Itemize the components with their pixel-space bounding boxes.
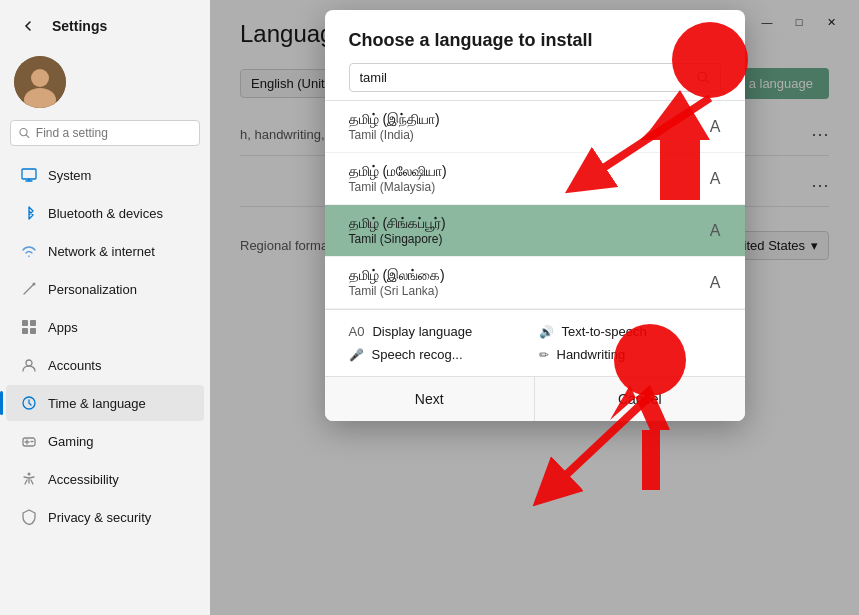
main-content: — □ ✕ Language & region English (United … — [210, 0, 859, 615]
next-button[interactable]: Next — [325, 377, 535, 421]
language-list: தமிழ் (இந்தியா) Tamil (India) A தமிழ் (ம… — [325, 100, 745, 309]
speech-icon: 🎤 — [349, 348, 364, 362]
back-button[interactable] — [14, 12, 42, 40]
search-box[interactable] — [10, 120, 200, 146]
sidebar-item-system-label: System — [48, 168, 91, 183]
modal-features: A0 Display language 🔊 Text-to-speech 🎤 S… — [325, 309, 745, 376]
list-item-selected[interactable]: தமிழ் (சிங்கப்பூர்) Tamil (Singapore) A — [325, 205, 745, 257]
sidebar-item-system[interactable]: System — [6, 157, 204, 193]
sidebar-header: Settings — [0, 0, 210, 48]
bluetooth-icon — [20, 204, 38, 222]
modal-search-box[interactable] — [349, 63, 721, 92]
feature-speech: 🎤 Speech recog... — [349, 347, 531, 362]
accessibility-icon — [20, 470, 38, 488]
lang-info-3: தமிழ் (இலங்கை) Tamil (Sri Lanka) — [349, 267, 445, 298]
modal-search-input[interactable] — [360, 70, 692, 85]
apps-icon — [20, 318, 38, 336]
feature-display-language-label: Display language — [372, 324, 472, 339]
lang-english-0: Tamil (India) — [349, 128, 440, 142]
sidebar-item-personalization[interactable]: Personalization — [6, 271, 204, 307]
lang-native-1: தமிழ் (மலேஷியா) — [349, 163, 447, 180]
search-icon — [19, 127, 30, 139]
modal-search-icon — [697, 71, 709, 84]
sidebar-title: Settings — [52, 18, 107, 34]
sidebar-item-network-label: Network & internet — [48, 244, 155, 259]
sidebar-item-privacy-label: Privacy & security — [48, 510, 151, 525]
language-install-modal: Choose a language to install தமிழ் (இந்த… — [325, 10, 745, 421]
sidebar-item-apps[interactable]: Apps — [6, 309, 204, 345]
svg-point-10 — [26, 360, 32, 366]
lang-english-3: Tamil (Sri Lanka) — [349, 284, 445, 298]
time-language-icon — [20, 394, 38, 412]
sidebar-item-time-language[interactable]: Time & language — [6, 385, 204, 421]
lang-native-0: தமிழ் (இந்தியா) — [349, 111, 440, 128]
lang-info-1: தமிழ் (மலேஷியா) Tamil (Malaysia) — [349, 163, 447, 194]
svg-rect-6 — [22, 320, 28, 326]
sidebar-item-network[interactable]: Network & internet — [6, 233, 204, 269]
lang-native-3: தமிழ் (இலங்கை) — [349, 267, 445, 284]
svg-point-5 — [33, 283, 36, 286]
lang-info-2: தமிழ் (சிங்கப்பூர்) Tamil (Singapore) — [349, 215, 446, 246]
sidebar-item-bluetooth[interactable]: Bluetooth & devices — [6, 195, 204, 231]
lang-english-2: Tamil (Singapore) — [349, 232, 446, 246]
sidebar: Settings System — [0, 0, 210, 615]
gaming-icon — [20, 432, 38, 450]
modal-header: Choose a language to install — [325, 10, 745, 63]
sidebar-item-apps-label: Apps — [48, 320, 78, 335]
list-item[interactable]: தமிழ் (மலேஷியா) Tamil (Malaysia) A — [325, 153, 745, 205]
svg-point-13 — [28, 473, 31, 476]
handwriting-icon: ✏ — [539, 348, 549, 362]
feature-speech-label: Speech recog... — [372, 347, 463, 362]
lang-feature-icon-2: A — [710, 222, 721, 240]
lang-feature-icon-1: A — [710, 170, 721, 188]
display-language-icon: A0 — [349, 324, 365, 339]
system-icon — [20, 166, 38, 184]
sidebar-item-accessibility[interactable]: Accessibility — [6, 461, 204, 497]
lang-english-1: Tamil (Malaysia) — [349, 180, 447, 194]
list-item[interactable]: தமிழ் (இந்தியா) Tamil (India) A — [325, 101, 745, 153]
privacy-icon — [20, 508, 38, 526]
sidebar-item-bluetooth-label: Bluetooth & devices — [48, 206, 163, 221]
feature-handwriting-label: Handwriting — [557, 347, 626, 362]
personalization-icon — [20, 280, 38, 298]
modal-footer: Next Cancel — [325, 376, 745, 421]
svg-point-1 — [31, 69, 49, 87]
lang-feature-icon-3: A — [710, 274, 721, 292]
lang-info-0: தமிழ் (இந்தியா) Tamil (India) — [349, 111, 440, 142]
svg-rect-7 — [30, 320, 36, 326]
list-item[interactable]: தமிழ் (இலங்கை) Tamil (Sri Lanka) A — [325, 257, 745, 309]
svg-rect-8 — [22, 328, 28, 334]
svg-rect-9 — [30, 328, 36, 334]
sidebar-item-gaming[interactable]: Gaming — [6, 423, 204, 459]
sidebar-item-gaming-label: Gaming — [48, 434, 94, 449]
feature-display-language: A0 Display language — [349, 324, 531, 339]
feature-tts: 🔊 Text-to-speech — [539, 324, 721, 339]
cancel-button[interactable]: Cancel — [534, 377, 745, 421]
network-icon — [20, 242, 38, 260]
sidebar-item-time-language-label: Time & language — [48, 396, 146, 411]
sidebar-item-accounts[interactable]: Accounts — [6, 347, 204, 383]
lang-native-2: தமிழ் (சிங்கப்பூர்) — [349, 215, 446, 232]
accounts-icon — [20, 356, 38, 374]
sidebar-item-personalization-label: Personalization — [48, 282, 137, 297]
feature-handwriting: ✏ Handwriting — [539, 347, 721, 362]
modal-title: Choose a language to install — [349, 30, 721, 51]
svg-rect-4 — [22, 169, 36, 179]
tts-icon: 🔊 — [539, 325, 554, 339]
sidebar-item-privacy[interactable]: Privacy & security — [6, 499, 204, 535]
lang-feature-icon-0: A — [710, 118, 721, 136]
modal-overlay: Choose a language to install தமிழ் (இந்த… — [210, 0, 859, 615]
sidebar-item-accounts-label: Accounts — [48, 358, 101, 373]
nav-items: System Bluetooth & devices Network & int… — [0, 156, 210, 615]
search-input[interactable] — [36, 126, 191, 140]
avatar — [14, 56, 66, 108]
sidebar-item-accessibility-label: Accessibility — [48, 472, 119, 487]
feature-tts-label: Text-to-speech — [562, 324, 647, 339]
